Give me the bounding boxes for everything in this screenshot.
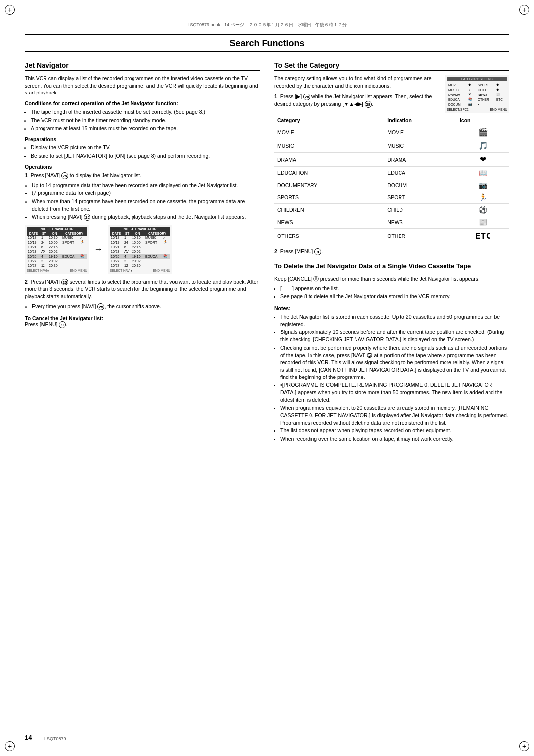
table-row: MOVIE MOVIE 🎬 [274,125,509,139]
list-item: Be sure to set [JET NAVIGATOR] to [ON] (… [31,152,260,160]
corner-mark-tr [519,5,529,15]
cat-indication: MUSIC [384,139,457,153]
table-row: DOCUMENTARY DOCUM 📷 [274,179,509,191]
nav-screen-after: NO. JET NAVIGATOR DATESTONCATEGORY 10/18… [108,225,172,274]
list-item: When pressing [NAVI] 25 during playback,… [32,213,260,221]
table-row: CHILDREN CHILD ⚽ [274,204,509,216]
cat-name: MOVIE [274,125,384,139]
cat-indication: OTHER [384,229,457,243]
category-title: To Set the Category [274,61,509,71]
cat-icon: 🎵 [457,139,509,153]
conditions-list: The tape length of the inserted cassette… [31,108,260,132]
cat-icon: ❤ [457,153,509,167]
notes-heading: Notes: [274,305,509,311]
category-screen: CATEGORY SETTING MOVIE◆SPORT◆ MUSIC♪CHIL… [445,75,509,113]
cat-col-category: Category [274,116,384,125]
category-table: Category Indication Icon MOVIE MOVIE 🎬 M… [274,116,509,243]
cat-indication: NEWS [384,216,457,229]
cancel-heading: To Cancel the Jet Navigator list: [25,315,103,321]
delete-section: To Delete the Jet Navigator Data of a Si… [274,262,509,300]
table-row: OTHERS OTHER ETC [274,229,509,243]
cat-step1-text: Press [▶] 28 while the Jet Navigator lis… [274,94,432,107]
jet-nav-title: Jet Navigator [25,61,260,71]
step1-label: 1 [25,172,31,178]
cat-indication: EDUCA [384,167,457,179]
list-item: (7 programme data for each page) [32,189,260,197]
cat-icon: ETC [457,229,509,243]
cs-title: CATEGORY SETTING [447,77,507,81]
delete-intro: Keep [CANCEL] ⓔ pressed for more than 5 … [274,275,509,283]
list-item: The VCR must not be in the timer recordi… [31,117,260,124]
cat-name: OTHERS [274,229,384,243]
cat-indication: SPORT [384,191,457,204]
cat-name: DRAMA [274,153,384,167]
operations-heading: Operations [25,164,260,170]
cancel-text: Press [MENU] 9. [25,321,67,327]
delete-bullets: [——] appears on the list. See page 8 to … [280,285,509,300]
cat-icon: 🎬 [457,125,509,139]
cat-indication: DOCUM [384,179,457,191]
list-item: A programme at least 15 minutes must be … [31,125,260,132]
step1-bullets: Up to 14 programme data that have been r… [32,182,260,221]
list-item: See page 8 to delete all the Jet Navigat… [280,293,509,300]
table-row: DRAMA DRAMA ❤ [274,153,509,167]
cat-indication: MOVIE [384,125,457,139]
list-item: Up to 14 programme data that have been r… [32,182,260,189]
table-row: SPORTS SPORT 🏃 [274,191,509,204]
list-item: When recording over the same location on… [280,435,509,443]
cat-name: DOCUMENTARY [274,179,384,191]
corner-mark-tl [5,5,15,15]
step-2: 2 Press [NAVI] 25 several times to selec… [25,278,260,310]
corner-mark-br [519,741,529,751]
table-row: NEWS NEWS 📰 [274,216,509,229]
jet-nav-intro: This VCR can display a list of the recor… [25,75,260,96]
table-row: EDUCATION EDUCA 📖 [274,167,509,179]
delete-title: To Delete the Jet Navigator Data of a Si… [274,262,509,271]
list-item: When programmes equivalent to 20 cassett… [280,404,509,426]
arrow-right-icon: → [94,244,103,255]
cat-indication: DRAMA [384,153,457,167]
notes-section: Notes: The Jet Navigator list is stored … [274,305,509,443]
step2-bullets: Every time you press [NAVI] 25, the curs… [32,303,260,310]
nav-screens: NO. JET NAVIGATOR DATESTONCATEGORY 10/18… [25,225,260,274]
list-item: [——] appears on the list. [280,285,509,292]
cat-col-indication: Indication [384,116,457,125]
left-column: Jet Navigator This VCR can display a lis… [25,61,260,445]
nav-screen-before: NO. JET NAVIGATOR DATESTONCATEGORY 10/18… [25,225,89,274]
list-item: Display the VCR picture on the TV. [31,144,260,151]
notes-list: The Jet Navigator list is stored in each… [280,313,509,443]
preparations-list: Display the VCR picture on the TV. Be su… [31,144,260,159]
list-item: When more than 14 programs have been rec… [32,198,260,212]
page-number: 14 [25,734,32,741]
list-item: The tape length of the inserted cassette… [31,108,260,116]
step2-text: Press [NAVI] 25 several times to select … [25,279,258,299]
list-item: •[PROGRAMME IS COMPLETE. REMAINING PROGR… [280,381,509,403]
cat-name: SPORTS [274,191,384,204]
cat-col-icon: Icon [457,116,509,125]
cat-step2-text: Press [MENU] 9. [280,248,323,254]
cat-icon: 🏃 [457,191,509,204]
conditions-heading: Conditions for correct operation of the … [25,100,260,106]
cat-name: NEWS [274,216,384,229]
cat-name: EDUCATION [274,167,384,179]
cat-name: CHILDREN [274,204,384,216]
list-item: Signals approximately 10 seconds before … [280,329,509,343]
page-title: Search Functions [25,34,509,52]
cat-icon: ⚽ [457,204,509,216]
preparations-heading: Preparations [25,136,260,142]
cancel-note: To Cancel the Jet Navigator list: Press … [25,315,260,328]
list-item: The Jet Navigator list is stored in each… [280,313,509,328]
cat-step2: 2 Press [MENU] 9. [274,248,509,255]
cat-indication: CHILD [384,204,457,216]
cat-name: MUSIC [274,139,384,153]
cat-icon: 📖 [457,167,509,179]
step1-text: Press [NAVI] 25 to display the Jet Navig… [31,172,142,178]
list-item: The list does not appear when playing ta… [280,427,509,434]
lsqt-number: LSQT0879 [44,736,66,741]
cat-icon: 📰 [457,216,509,229]
table-row: MUSIC MUSIC 🎵 [274,139,509,153]
step-1: 1 Press [NAVI] 25 to display the Jet Nav… [25,172,260,221]
corner-mark-bl [5,741,15,751]
list-item: Checking cannot be performed properly wh… [280,344,509,380]
right-column: To Set the Category CATEGORY SETTING MOV… [274,61,509,445]
